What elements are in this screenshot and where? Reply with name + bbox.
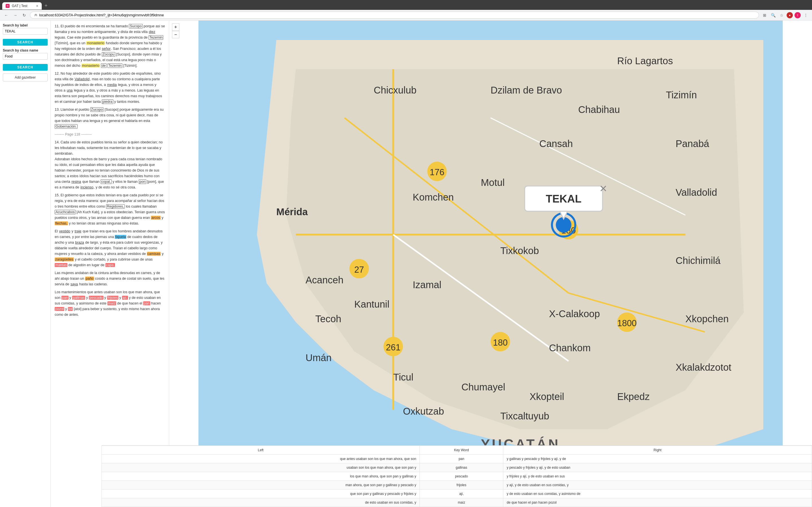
search-by-label-heading: Search by label (3, 23, 48, 27)
profile-icon[interactable]: ● (786, 12, 793, 18)
col-keyword-header: Key Word (420, 446, 503, 455)
paragraph-13: 13. Llamóse el pueblo Zucopo [Sucopo] po… (55, 107, 165, 129)
map-svg: 27 176 180 1800 180 261 (169, 20, 812, 507)
highlight-monasterio-1: monasterio (86, 41, 105, 45)
table-row: usaban son los que man ahora, que son pa… (102, 463, 812, 472)
highlight-monasterio-2: monasterio (82, 64, 100, 68)
highlight-de: de (101, 63, 107, 68)
city-merida: Mérida (276, 207, 308, 217)
menu-icon[interactable]: ⋮ (802, 12, 809, 18)
city-oxkutzcab: Oxkutzab (403, 406, 444, 416)
forward-button[interactable]: → (12, 12, 18, 18)
add-gazetteer-section: Add gazetteer (3, 73, 48, 81)
highlight-tol: tol (68, 307, 73, 311)
city-komchen: Komchen (413, 192, 454, 203)
account-icon[interactable]: I (795, 12, 801, 18)
paragraph-15a: 15. El gobierno que estos indios tenían … (55, 192, 165, 226)
url-input[interactable] (39, 13, 755, 17)
browser-tab[interactable]: G GAT | Test × (2, 2, 42, 10)
paragraph-15c: Las mujeres andaban de la cintura arriba… (55, 270, 165, 287)
map-panel: 27 176 180 1800 180 261 (169, 20, 812, 507)
highlight-pan-1: pan (61, 296, 68, 300)
cell-keyword-0: pan (420, 455, 503, 463)
paragraph-15d: Los mantenimientos que antes usaban son … (55, 289, 165, 318)
highlight-pescado: pescado (89, 296, 103, 300)
city-chabihau: Chabihau (578, 104, 620, 115)
highlight-pan-2: pan (143, 301, 150, 305)
highlight-zocopu: Zocopu (102, 52, 115, 57)
cell-keyword-1: gallinas (420, 463, 503, 472)
cell-left-1: usaban son los que man ahora, que son pa… (102, 463, 420, 472)
cell-left-4: que son pan y gallinas y pescado y frijo… (102, 490, 420, 498)
table-row: de esto usaban en sus comidas, y maíz de… (102, 498, 812, 507)
city-uman: Umán (306, 352, 332, 363)
highlight-sucopo-1: Sucopo (129, 24, 142, 29)
paragraph-12: 12. No hay alrededor de este pueblo otro… (55, 71, 165, 105)
city-izamal: Izamal (413, 279, 442, 290)
city-tixkokob: Tixkokob (500, 245, 539, 256)
back-button[interactable]: ← (3, 12, 10, 18)
underline-saya: saya (70, 282, 78, 286)
highlight-pano: paño (85, 277, 94, 281)
underline-resina: resina (71, 180, 81, 184)
map-popup-close[interactable]: × (600, 181, 607, 195)
highlight-gobernacion: Gobernación. (55, 124, 78, 129)
city-acanceh: Acanceh (306, 275, 343, 285)
paragraph-14: 14. Cada uno de estos pueblos tenía su s… (55, 139, 165, 190)
city-ekpedz: Ekpedz (617, 391, 650, 402)
left-panel: Search by label SEARCH Search by class n… (0, 20, 51, 507)
city-xkalakdzot: Xkalakdzotot (675, 362, 731, 373)
add-gazetteer-button[interactable]: Add gazetteer (3, 73, 48, 81)
city-xkopteil: Xkopteil (529, 391, 564, 402)
class-search-button[interactable]: SEARCH (3, 64, 48, 71)
city-cansah: Cansah (539, 138, 573, 149)
zoom-in-button[interactable]: + (172, 23, 179, 31)
highlight-gallinas: gallinas (72, 296, 85, 300)
bookmark-icon[interactable]: ☆ (778, 12, 785, 18)
map-controls: + − (172, 23, 179, 38)
table-row: que antes usaban son los que man ahora, … (102, 455, 812, 463)
highlight-mantas: mantas (55, 263, 67, 267)
city-chicxulub: Chicxulub (374, 85, 417, 96)
highlight-regidores: Regidores, (106, 204, 124, 209)
tab-favicon: G (6, 4, 10, 8)
underline-braza: braza (75, 240, 84, 244)
tab-title: GAT | Test (12, 4, 28, 8)
search-icon[interactable]: 🔍 (770, 12, 776, 18)
underline-traje: traje (74, 229, 82, 233)
city-valladolid: Valladolid (675, 187, 717, 198)
underline-incienso: incienso, (80, 185, 94, 189)
label-search-input[interactable] (3, 28, 48, 35)
highlight-capa: capa. (105, 263, 115, 267)
reload-button[interactable]: ↻ (21, 12, 28, 18)
highlight-aji: ají, (122, 296, 128, 300)
highlight-tezemin-1: Tezemin (149, 35, 163, 40)
address-bar[interactable] (30, 11, 759, 18)
col-right-header: Right (503, 446, 812, 455)
tab-close-button[interactable]: × (36, 4, 38, 8)
class-search-input[interactable] (3, 53, 48, 60)
cell-keyword-4: ají, (420, 490, 503, 498)
highlight-tezemin-2: Tezemin (107, 63, 122, 68)
new-tab-button[interactable]: + (43, 2, 49, 10)
table-header-row: Left Key Word Right (102, 446, 812, 455)
paragraph-15b: El vestido y traje que traían era que lo… (55, 228, 165, 268)
city-panaba: Panabá (675, 138, 709, 149)
zoom-out-button[interactable]: − (172, 31, 179, 38)
city-kantunil: Kantunil (354, 299, 389, 309)
svg-point-0 (36, 15, 36, 15)
bottom-table-section: Left Key Word Right que antes usaban son… (101, 445, 812, 507)
paragraph-11: 11. El pueblo de mi encomienda se ha lla… (55, 23, 165, 68)
highlight-zaragüelles: zaragüelles (55, 258, 74, 262)
label-search-button[interactable]: SEARCH (3, 39, 48, 46)
city-chankom: Chankom (549, 342, 591, 353)
highlight-acuchcabos: Acuchcabos (55, 210, 75, 214)
table-row: los que man ahora, que son pan y gallina… (102, 472, 812, 481)
cell-right-5: de que hacen el pan hacen pozol (503, 498, 812, 507)
cell-left-3: man ahora, que son pan y gallinas y pesc… (102, 481, 420, 490)
city-tizimin: Tizimín (666, 90, 697, 100)
highlight-pozol: pozol (55, 307, 64, 311)
highlight-pom: pon (139, 179, 146, 184)
search-by-label-section: Search by label SEARCH (3, 23, 48, 46)
translate-icon[interactable]: ⊞ (761, 12, 768, 18)
